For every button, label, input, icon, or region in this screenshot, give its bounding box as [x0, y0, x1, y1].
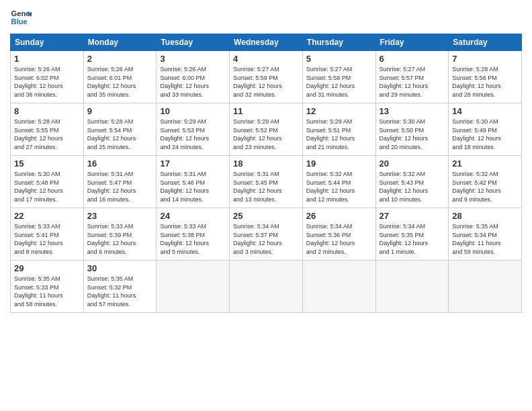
day-info: Sunrise: 5:35 AM Sunset: 5:32 PM Dayligh…	[87, 275, 153, 308]
day-info: Sunrise: 5:35 AM Sunset: 5:34 PM Dayligh…	[452, 222, 518, 256]
calendar-cell: 30Sunrise: 5:35 AM Sunset: 5:32 PM Dayli…	[83, 261, 157, 313]
day-info: Sunrise: 5:28 AM Sunset: 5:56 PM Dayligh…	[452, 65, 518, 99]
col-header-wednesday: Wednesday	[230, 34, 303, 51]
calendar-cell: 6Sunrise: 5:27 AM Sunset: 5:57 PM Daylig…	[375, 51, 449, 103]
day-number: 17	[160, 158, 226, 169]
calendar-week-2: 8Sunrise: 5:28 AM Sunset: 5:55 PM Daylig…	[11, 103, 522, 156]
day-info: Sunrise: 5:29 AM Sunset: 5:53 PM Dayligh…	[160, 118, 226, 151]
day-info: Sunrise: 5:26 AM Sunset: 6:02 PM Dayligh…	[14, 65, 80, 99]
day-info: Sunrise: 5:31 AM Sunset: 5:45 PM Dayligh…	[233, 170, 299, 203]
day-info: Sunrise: 5:34 AM Sunset: 5:37 PM Dayligh…	[233, 222, 299, 256]
calendar-week-4: 22Sunrise: 5:33 AM Sunset: 5:41 PM Dayli…	[11, 208, 522, 261]
day-number: 23	[87, 211, 153, 221]
day-number: 18	[233, 158, 299, 169]
calendar-cell	[302, 261, 375, 313]
day-number: 22	[14, 211, 80, 221]
day-info: Sunrise: 5:29 AM Sunset: 5:51 PM Dayligh…	[306, 118, 372, 151]
day-info: Sunrise: 5:32 AM Sunset: 5:44 PM Dayligh…	[306, 170, 372, 203]
page-container: General Blue SundayMondayTuesdayWednesda…	[0, 0, 532, 320]
calendar-cell: 27Sunrise: 5:34 AM Sunset: 5:35 PM Dayli…	[375, 208, 449, 261]
day-number: 8	[14, 106, 80, 116]
day-info: Sunrise: 5:30 AM Sunset: 5:48 PM Dayligh…	[14, 170, 80, 203]
calendar-cell: 16Sunrise: 5:31 AM Sunset: 5:47 PM Dayli…	[83, 156, 157, 208]
calendar-cell: 25Sunrise: 5:34 AM Sunset: 5:37 PM Dayli…	[230, 208, 303, 261]
day-info: Sunrise: 5:35 AM Sunset: 5:33 PM Dayligh…	[14, 275, 80, 308]
calendar-cell	[230, 261, 303, 313]
day-number: 19	[306, 158, 372, 169]
day-info: Sunrise: 5:33 AM Sunset: 5:41 PM Dayligh…	[14, 222, 80, 256]
calendar-week-1: 1Sunrise: 5:26 AM Sunset: 6:02 PM Daylig…	[11, 51, 522, 103]
calendar-cell: 11Sunrise: 5:29 AM Sunset: 5:52 PM Dayli…	[230, 103, 303, 156]
col-header-sunday: Sunday	[11, 34, 84, 51]
day-info: Sunrise: 5:31 AM Sunset: 5:46 PM Dayligh…	[160, 170, 226, 203]
calendar-cell	[157, 261, 230, 313]
day-number: 20	[380, 158, 445, 169]
calendar-cell: 26Sunrise: 5:34 AM Sunset: 5:36 PM Dayli…	[302, 208, 375, 261]
day-info: Sunrise: 5:26 AM Sunset: 6:00 PM Dayligh…	[160, 65, 226, 99]
day-number: 16	[87, 158, 153, 169]
calendar-cell: 13Sunrise: 5:30 AM Sunset: 5:50 PM Dayli…	[375, 103, 449, 156]
day-number: 29	[14, 263, 80, 273]
calendar-cell: 15Sunrise: 5:30 AM Sunset: 5:48 PM Dayli…	[11, 156, 84, 208]
svg-text:Blue: Blue	[11, 17, 28, 26]
day-number: 30	[87, 263, 153, 273]
calendar-cell: 21Sunrise: 5:32 AM Sunset: 5:42 PM Dayli…	[449, 156, 522, 208]
day-info: Sunrise: 5:32 AM Sunset: 5:43 PM Dayligh…	[380, 170, 445, 203]
day-number: 21	[452, 158, 518, 169]
calendar-cell: 17Sunrise: 5:31 AM Sunset: 5:46 PM Dayli…	[157, 156, 230, 208]
calendar-cell: 1Sunrise: 5:26 AM Sunset: 6:02 PM Daylig…	[11, 51, 84, 103]
day-number: 4	[233, 54, 299, 64]
day-info: Sunrise: 5:26 AM Sunset: 6:01 PM Dayligh…	[87, 65, 153, 99]
day-number: 7	[452, 54, 518, 64]
calendar-cell: 14Sunrise: 5:30 AM Sunset: 5:49 PM Dayli…	[449, 103, 522, 156]
col-header-monday: Monday	[83, 34, 157, 51]
calendar-cell: 5Sunrise: 5:27 AM Sunset: 5:58 PM Daylig…	[302, 51, 375, 103]
calendar-cell	[449, 261, 522, 313]
day-info: Sunrise: 5:34 AM Sunset: 5:36 PM Dayligh…	[306, 222, 372, 256]
calendar-cell: 23Sunrise: 5:33 AM Sunset: 5:39 PM Dayli…	[83, 208, 157, 261]
day-number: 25	[233, 211, 299, 221]
day-info: Sunrise: 5:32 AM Sunset: 5:42 PM Dayligh…	[452, 170, 518, 203]
day-number: 5	[306, 54, 372, 64]
day-number: 27	[380, 211, 445, 221]
logo: General Blue	[10, 7, 32, 28]
calendar-cell: 28Sunrise: 5:35 AM Sunset: 5:34 PM Dayli…	[449, 208, 522, 261]
day-number: 9	[87, 106, 153, 116]
day-number: 1	[14, 54, 80, 64]
day-info: Sunrise: 5:34 AM Sunset: 5:35 PM Dayligh…	[380, 222, 445, 256]
calendar-cell: 2Sunrise: 5:26 AM Sunset: 6:01 PM Daylig…	[83, 51, 157, 103]
day-info: Sunrise: 5:33 AM Sunset: 5:38 PM Dayligh…	[160, 222, 226, 256]
calendar-cell: 20Sunrise: 5:32 AM Sunset: 5:43 PM Dayli…	[375, 156, 449, 208]
day-info: Sunrise: 5:33 AM Sunset: 5:39 PM Dayligh…	[87, 222, 153, 256]
day-info: Sunrise: 5:30 AM Sunset: 5:50 PM Dayligh…	[380, 118, 445, 151]
calendar-cell: 4Sunrise: 5:27 AM Sunset: 5:59 PM Daylig…	[230, 51, 303, 103]
day-number: 13	[380, 106, 445, 116]
day-number: 28	[452, 211, 518, 221]
calendar-table: SundayMondayTuesdayWednesdayThursdayFrid…	[10, 34, 522, 313]
day-number: 2	[87, 54, 153, 64]
day-number: 14	[452, 106, 518, 116]
calendar-cell: 9Sunrise: 5:28 AM Sunset: 5:54 PM Daylig…	[83, 103, 157, 156]
header: General Blue	[10, 7, 522, 28]
day-number: 11	[233, 106, 299, 116]
calendar-cell: 3Sunrise: 5:26 AM Sunset: 6:00 PM Daylig…	[157, 51, 230, 103]
calendar-cell: 22Sunrise: 5:33 AM Sunset: 5:41 PM Dayli…	[11, 208, 84, 261]
day-number: 10	[160, 106, 226, 116]
calendar-cell: 24Sunrise: 5:33 AM Sunset: 5:38 PM Dayli…	[157, 208, 230, 261]
calendar-cell: 29Sunrise: 5:35 AM Sunset: 5:33 PM Dayli…	[11, 261, 84, 313]
calendar-cell: 7Sunrise: 5:28 AM Sunset: 5:56 PM Daylig…	[449, 51, 522, 103]
day-number: 3	[160, 54, 226, 64]
day-number: 12	[306, 106, 372, 116]
calendar-cell	[375, 261, 449, 313]
col-header-saturday: Saturday	[449, 34, 522, 51]
day-number: 24	[160, 211, 226, 221]
logo-icon: General Blue	[10, 7, 32, 28]
day-info: Sunrise: 5:27 AM Sunset: 5:57 PM Dayligh…	[380, 65, 445, 99]
day-number: 26	[306, 211, 372, 221]
calendar-cell: 10Sunrise: 5:29 AM Sunset: 5:53 PM Dayli…	[157, 103, 230, 156]
day-info: Sunrise: 5:28 AM Sunset: 5:54 PM Dayligh…	[87, 118, 153, 151]
col-header-tuesday: Tuesday	[157, 34, 230, 51]
calendar-week-5: 29Sunrise: 5:35 AM Sunset: 5:33 PM Dayli…	[11, 261, 522, 313]
calendar-cell: 12Sunrise: 5:29 AM Sunset: 5:51 PM Dayli…	[302, 103, 375, 156]
calendar-cell: 19Sunrise: 5:32 AM Sunset: 5:44 PM Dayli…	[302, 156, 375, 208]
